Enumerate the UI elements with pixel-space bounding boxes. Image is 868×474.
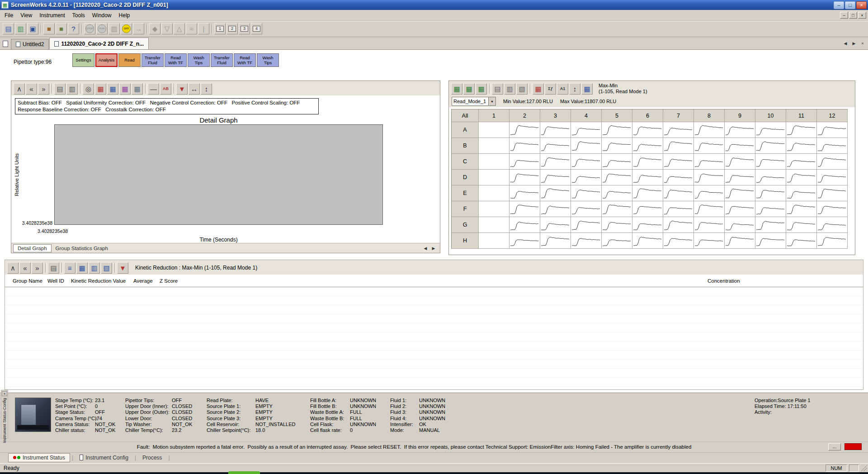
well-E5[interactable] [602,185,632,201]
well-B2[interactable] [509,138,540,154]
line-style-icon[interactable]: — [148,83,159,95]
plate-col-header-9[interactable]: 9 [725,109,755,122]
well-A6[interactable] [632,122,663,138]
page-right-icon[interactable]: » [38,83,49,95]
off-button[interactable]: OFF [121,23,132,34]
well-D11[interactable] [786,170,817,185]
well-G1[interactable] [479,217,509,233]
well-F10[interactable] [755,201,786,217]
well-E7[interactable] [663,185,694,201]
group-graph-mode-icon[interactable]: ▦ [119,83,131,95]
well-E3[interactable] [540,185,571,201]
well-B12[interactable] [817,138,848,154]
well-E12[interactable] [817,185,848,201]
group-list-view-icon[interactable]: ≡ [64,262,75,274]
well-C3[interactable] [540,154,571,170]
copy-table-icon[interactable]: ▤ [48,262,59,274]
plate-col-header-10[interactable]: 10 [755,109,786,122]
menu-instrument[interactable]: Instrument [36,11,69,20]
well-E8[interactable] [694,185,725,201]
scale-wells-icon[interactable]: ↕ [569,83,580,95]
copy-plate-icon[interactable]: ▤ [492,83,503,95]
well-E9[interactable] [725,185,755,201]
layout-frame-1-icon[interactable]: 1 [214,23,226,34]
well-F4[interactable] [571,201,602,217]
plate-row-header-H[interactable]: H [452,233,479,249]
well-H11[interactable] [786,233,817,249]
protocol-tab-wash-tips[interactable]: WashTips [188,53,210,67]
plate-col-header-7[interactable]: 7 [663,109,694,122]
well-E1[interactable] [479,185,509,201]
well-C7[interactable] [663,154,694,170]
well-H8[interactable] [694,233,725,249]
plate-layout-icon[interactable]: ▦ [476,83,487,95]
well-B8[interactable] [694,138,725,154]
mdi-minimize-button[interactable]: – [840,12,848,19]
well-G9[interactable] [725,217,755,233]
plate-view-icon[interactable]: ▦ [451,83,462,95]
well-A5[interactable] [602,122,632,138]
well-C5[interactable] [602,154,632,170]
well-F6[interactable] [632,201,663,217]
export-package-icon[interactable]: ■ [43,23,55,34]
well-D4[interactable] [571,170,602,185]
well-C8[interactable] [694,154,725,170]
bottom-tab-instrument-config[interactable]: Instrument Config [75,453,133,462]
plate-row-header-G[interactable]: G [452,217,479,233]
well-G6[interactable] [632,217,663,233]
well-H12[interactable] [817,233,848,249]
menu-file[interactable]: File [1,11,17,20]
page-right-icon[interactable]: » [32,262,43,274]
well-H9[interactable] [725,233,755,249]
well-C11[interactable] [786,154,817,170]
well-A2[interactable] [509,122,540,138]
well-D9[interactable] [725,170,755,185]
well-B3[interactable] [540,138,571,154]
well-B6[interactable] [632,138,663,154]
well-F1[interactable] [479,201,509,217]
plate-col-header-2[interactable]: 2 [509,109,540,122]
well-graph-icon[interactable]: ▦ [581,83,593,95]
help-icon[interactable]: ? [68,23,79,34]
well-E10[interactable] [755,185,786,201]
plate-row-header-A[interactable]: A [452,122,479,138]
well-C10[interactable] [755,154,786,170]
reduction-formula-icon[interactable]: Σƒ [545,83,556,95]
import-package-icon[interactable]: ■ [56,23,67,34]
well-H2[interactable] [509,233,540,249]
well-B9[interactable] [725,138,755,154]
well-B4[interactable] [571,138,602,154]
export-graph-icon[interactable]: ▼ [176,83,188,95]
page-left-icon[interactable]: « [19,262,31,274]
collapse-panel-icon[interactable]: ∧ [14,83,25,95]
well-A3[interactable] [540,122,571,138]
dropdown-arrow-icon[interactable]: ▼ [488,97,495,105]
well-F12[interactable] [817,201,848,217]
close-button[interactable]: × [856,1,867,9]
well-D5[interactable] [602,170,632,185]
plate-col-header-1[interactable]: 1 [479,109,509,122]
overlay-graph-mode-icon[interactable]: ▦ [107,83,118,95]
well-A10[interactable] [755,122,786,138]
copy-values-icon[interactable]: ▥ [66,83,78,95]
well-G2[interactable] [509,217,540,233]
doc-tab-0[interactable]: Untitled2 [11,39,49,49]
side-strip-close-icon[interactable]: × [2,391,7,396]
well-F8[interactable] [694,201,725,217]
plate-col-header-12[interactable]: 12 [817,109,848,122]
well-A7[interactable] [663,122,694,138]
axis-labels-icon[interactable]: AB [160,83,171,95]
autoscale-x-icon[interactable]: ↔ [189,83,200,95]
well-A8[interactable] [694,122,725,138]
copy-plate-image-icon[interactable]: ▥ [504,83,515,95]
plate-col-header-5[interactable]: 5 [602,109,632,122]
menu-view[interactable]: View [17,11,36,20]
plate-row-header-D[interactable]: D [452,170,479,185]
kinetic-col-group-name[interactable]: Group Name [13,278,42,284]
well-H7[interactable] [663,233,694,249]
kinetic-col-kinetic-reduction-value[interactable]: Kinetic Reduction Value [71,278,126,284]
well-A4[interactable] [571,122,602,138]
well-D3[interactable] [540,170,571,185]
page-left-icon[interactable]: « [26,83,37,95]
well-G7[interactable] [663,217,694,233]
